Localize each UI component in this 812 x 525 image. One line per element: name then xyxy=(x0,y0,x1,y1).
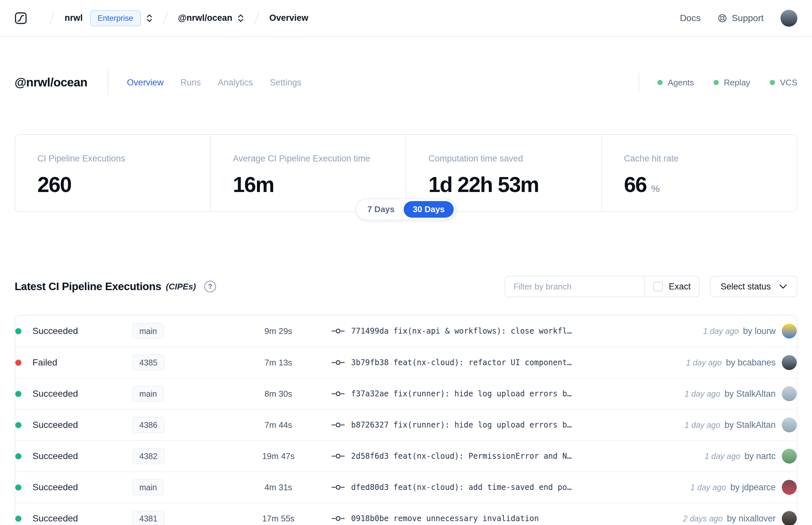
branch-badge: 4385 xyxy=(132,355,165,371)
exact-checkbox[interactable] xyxy=(653,282,663,291)
cipe-row[interactable]: Succeeded main 9m 29s 771499da fix(nx-ap… xyxy=(15,315,797,347)
tab-analytics[interactable]: Analytics xyxy=(218,78,253,88)
status-dot xyxy=(15,328,21,334)
support-label: Support xyxy=(732,13,764,24)
breadcrumb-separator xyxy=(254,12,260,24)
cipes-header: Latest CI Pipeline Executions (CIPEs) ? … xyxy=(15,276,797,297)
commit-icon xyxy=(332,421,344,429)
stats-cards: CI Pipeline Executions 260 Average CI Pi… xyxy=(15,134,797,212)
status-vcs: VCS xyxy=(770,78,797,88)
author-avatar xyxy=(782,480,797,495)
duration-label: 9m 29s xyxy=(230,326,327,336)
tab-runs[interactable]: Runs xyxy=(180,78,201,88)
range-30-days-button[interactable]: 30 Days xyxy=(404,201,454,217)
author-avatar xyxy=(782,449,797,464)
chevron-down-icon xyxy=(779,284,787,289)
cipe-row[interactable]: Succeeded main 4m 31s dfed80d3 feat(nx-c… xyxy=(15,471,797,502)
status-label: Succeeded xyxy=(32,513,78,524)
cipe-row[interactable]: Succeeded main 8m 30s f37a32ae fix(runne… xyxy=(15,378,797,409)
docs-link[interactable]: Docs xyxy=(680,13,701,24)
duration-label: 7m 13s xyxy=(230,358,327,368)
cipe-row[interactable]: Succeeded 4381 17m 55s 0918b0be remove u… xyxy=(15,502,797,525)
author-label: by jdpearce xyxy=(730,482,776,493)
status-label: Failed xyxy=(32,357,57,368)
commit-message[interactable]: dfed80d3 feat(nx-cloud): add time-saved … xyxy=(351,483,572,492)
enterprise-badge: Enterprise xyxy=(90,10,141,26)
status-replay: Replay xyxy=(714,78,750,88)
author-avatar xyxy=(782,355,797,370)
date-range-toggle: 7 Days 30 Days xyxy=(356,198,456,220)
breadcrumb-separator xyxy=(49,12,55,24)
user-avatar[interactable] xyxy=(781,10,797,27)
tab-overview[interactable]: Overview xyxy=(127,78,164,88)
branch-badge: main xyxy=(132,323,164,339)
duration-label: 17m 55s xyxy=(230,514,327,524)
status-dot xyxy=(15,422,21,428)
green-status-dot xyxy=(770,80,775,85)
branch-badge: 4381 xyxy=(132,510,165,525)
tab-settings[interactable]: Settings xyxy=(270,78,302,88)
branch-badge: 4386 xyxy=(132,417,165,433)
time-ago: 1 day ago xyxy=(685,420,720,430)
support-link[interactable]: Support xyxy=(718,13,764,24)
breadcrumb-workspace[interactable]: @nrwl/ocean xyxy=(178,13,232,23)
breadcrumb: nrwl Enterprise @nrwl/ocean Overview xyxy=(15,10,308,26)
status-select-dropdown[interactable]: Select status xyxy=(710,276,797,297)
commit-message[interactable]: 771499da fix(nx-api & workflows): close … xyxy=(351,327,572,335)
status-dot xyxy=(15,515,21,522)
status-label: Succeeded xyxy=(32,326,78,336)
help-icon[interactable]: ? xyxy=(204,281,216,292)
status-dot xyxy=(15,453,21,460)
workspace-selector-icon[interactable] xyxy=(238,14,244,23)
breadcrumb-separator xyxy=(163,12,168,24)
cipe-table: Succeeded main 9m 29s 771499da fix(nx-ap… xyxy=(15,315,797,525)
duration-label: 7m 44s xyxy=(230,420,327,430)
commit-message[interactable]: f37a32ae fix(runner): hide log upload er… xyxy=(351,389,572,398)
page-title: @nrwl/ocean xyxy=(15,76,87,89)
commit-icon xyxy=(332,390,344,397)
top-nav: nrwl Enterprise @nrwl/ocean Overview Doc… xyxy=(0,0,812,37)
workspace-header: @nrwl/ocean Overview Runs Analytics Sett… xyxy=(15,69,797,96)
commit-icon xyxy=(332,359,344,366)
exact-toggle[interactable]: Exact xyxy=(645,276,699,297)
status-label: Succeeded xyxy=(32,482,78,493)
commit-message[interactable]: 2d58f6d3 feat(nx-cloud): PermissionError… xyxy=(351,452,572,461)
cipes-title: Latest CI Pipeline Executions xyxy=(15,280,162,293)
cipe-row[interactable]: Failed 4385 7m 13s 3b79fb38 feat(nx-clou… xyxy=(15,347,797,378)
commit-icon xyxy=(332,452,344,460)
breadcrumb-org[interactable]: nrwl xyxy=(65,13,83,23)
branch-filter-input[interactable] xyxy=(505,276,644,297)
author-avatar xyxy=(782,418,797,432)
duration-label: 4m 31s xyxy=(230,482,327,493)
status-dot xyxy=(15,391,21,397)
status-label: Succeeded xyxy=(32,389,78,399)
commit-message[interactable]: b8726327 fix(runner): hide log upload er… xyxy=(351,420,572,430)
status-dot xyxy=(15,360,21,366)
time-ago: 2 days ago xyxy=(683,514,723,523)
commit-message[interactable]: 0918b0be remove unnecessary invalidation xyxy=(351,514,539,523)
author-avatar xyxy=(782,511,797,525)
duration-label: 8m 30s xyxy=(230,389,327,399)
duration-label: 19m 47s xyxy=(230,451,327,461)
commit-message[interactable]: 3b79fb38 feat(nx-cloud): refactor UI com… xyxy=(351,358,572,367)
breadcrumb-page: Overview xyxy=(269,13,308,23)
org-selector-icon[interactable] xyxy=(146,14,153,23)
cipe-row[interactable]: Succeeded 4382 19m 47s 2d58f6d3 feat(nx-… xyxy=(15,440,797,471)
nx-cloud-logo[interactable] xyxy=(15,12,27,24)
status-dot xyxy=(15,484,21,491)
branch-badge: 4382 xyxy=(132,448,165,464)
author-label: by nartc xyxy=(745,451,776,461)
cipe-row[interactable]: Succeeded 4386 7m 44s b8726327 fix(runne… xyxy=(15,409,797,440)
commit-icon xyxy=(332,515,344,522)
time-ago: 1 day ago xyxy=(704,452,740,461)
branch-badge: main xyxy=(132,386,164,402)
time-ago: 1 day ago xyxy=(686,358,722,368)
author-label: by StalkAltan xyxy=(724,389,776,399)
nx-cloud-logo-icon xyxy=(15,12,27,24)
exact-label: Exact xyxy=(669,282,691,292)
commit-icon xyxy=(332,484,344,491)
time-ago: 1 day ago xyxy=(685,389,720,399)
status-label: Succeeded xyxy=(32,451,78,461)
lifebuoy-icon xyxy=(718,13,727,23)
range-7-days-button[interactable]: 7 Days xyxy=(358,201,404,217)
